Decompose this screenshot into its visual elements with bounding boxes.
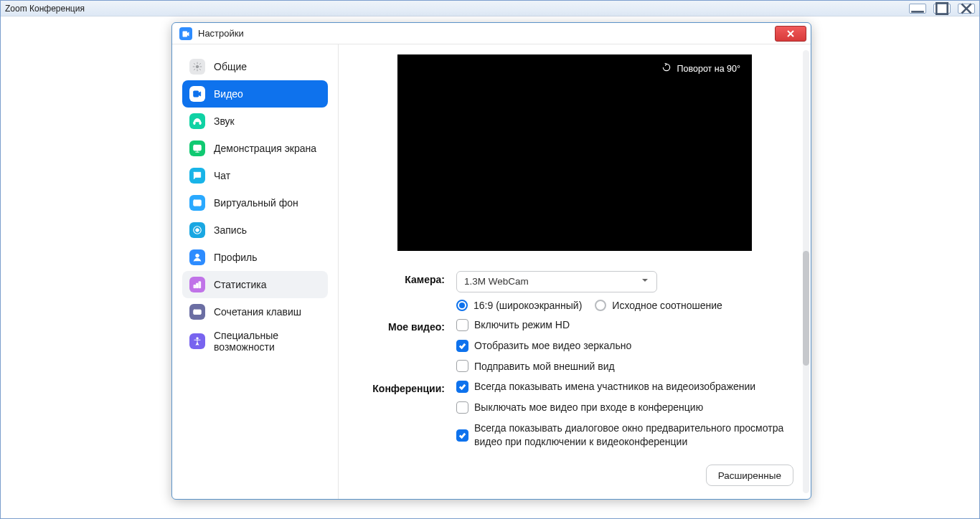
advanced-button-label: Расширенные	[718, 470, 781, 481]
svg-rect-22	[195, 313, 199, 313]
show-preview-dialog-checkbox[interactable]: Всегда показывать диалоговое окно предва…	[456, 422, 793, 449]
svg-rect-19	[195, 311, 196, 312]
turn-off-video-on-join-label: Выключать мое видео при входе в конферен…	[474, 401, 703, 414]
checkbox-icon	[456, 319, 468, 331]
settings-sidebar: ОбщиеВидеоЗвукДемонстрация экранаЧатВирт…	[172, 44, 339, 499]
dialog-titlebar: Настройки	[172, 23, 811, 44]
content-footer: Расширенные	[356, 456, 793, 486]
sidebar-item-label: Специальные возможности	[214, 330, 321, 353]
sidebar-item-video[interactable]: Видео	[182, 80, 328, 108]
mirror-video-label: Отобразить мое видео зеркально	[474, 339, 631, 353]
profile-icon	[189, 249, 205, 265]
camera-select[interactable]: 1.3M WebCam	[456, 271, 657, 292]
shortcuts-icon	[189, 304, 205, 320]
aspect-original-label: Исходное соотношение	[612, 300, 722, 311]
show-preview-dialog-label: Всегда показывать диалоговое окно предва…	[474, 422, 793, 449]
svg-point-14	[196, 254, 199, 257]
checkbox-icon	[456, 360, 468, 372]
camera-label: Камера:	[356, 271, 456, 285]
sidebar-item-general[interactable]: Общие	[182, 53, 328, 80]
sidebar-item-chat[interactable]: Чат	[182, 162, 328, 189]
svg-point-13	[196, 229, 199, 232]
sidebar-item-accessibility[interactable]: Специальные возможности	[182, 325, 328, 357]
accessibility-icon	[189, 333, 205, 349]
scrollbar-thumb[interactable]	[803, 251, 809, 366]
mirror-video-checkbox[interactable]: Отобразить мое видео зеркально	[456, 339, 793, 353]
checkbox-icon	[456, 381, 468, 393]
show-names-checkbox[interactable]: Всегда показывать имена участников на ви…	[456, 380, 793, 394]
audio-icon	[189, 113, 205, 129]
sidebar-item-label: Профиль	[214, 252, 257, 263]
sidebar-item-vbg[interactable]: Виртуальный фон	[182, 189, 328, 216]
video-preview: Поворот на 90°	[397, 54, 752, 251]
general-icon	[189, 59, 205, 75]
dialog-close-button[interactable]	[775, 26, 806, 42]
maximize-button[interactable]	[933, 4, 951, 14]
aspect-16-9-radio[interactable]: 16:9 (широкоэкранный)	[456, 300, 582, 311]
rotate-icon	[661, 62, 672, 75]
camera-selected-value: 1.3M WebCam	[464, 276, 529, 287]
enable-hd-label: Включить режим HD	[474, 318, 570, 332]
app-window: Zoom Конференция Настройки	[0, 0, 980, 519]
video-settings-form: Камера: 1.3M WebCam 16:9 (широкоэкранный…	[356, 271, 793, 456]
share-icon	[189, 141, 205, 156]
minimize-button[interactable]	[909, 4, 926, 14]
radio-icon	[595, 300, 606, 311]
close-window-button[interactable]	[958, 4, 975, 14]
svg-point-23	[197, 338, 198, 339]
svg-rect-8	[199, 122, 201, 125]
svg-rect-15	[194, 285, 195, 288]
sidebar-item-share[interactable]: Демонстрация экрана	[182, 135, 328, 162]
sidebar-item-label: Видео	[214, 88, 243, 100]
sidebar-item-label: Виртуальный фон	[214, 197, 298, 209]
sidebar-item-label: Статистика	[214, 279, 267, 290]
sidebar-item-label: Запись	[214, 224, 247, 236]
aspect-16-9-label: 16:9 (широкоэкранный)	[473, 300, 582, 311]
stats-icon	[189, 277, 205, 292]
radio-icon	[456, 300, 468, 311]
sidebar-item-recording[interactable]: Запись	[182, 216, 328, 244]
sidebar-item-label: Сочетания клавиш	[214, 306, 301, 318]
sidebar-item-label: Звук	[214, 115, 235, 127]
rotate-90-button[interactable]: Поворот на 90°	[654, 59, 748, 78]
checkbox-icon	[456, 340, 468, 352]
myvideo-label: Мое видео:	[356, 318, 456, 333]
turn-off-video-on-join-checkbox[interactable]: Выключать мое видео при входе в конферен…	[456, 401, 793, 414]
advanced-button[interactable]: Расширенные	[706, 465, 793, 486]
sidebar-item-stats[interactable]: Статистика	[182, 271, 328, 298]
svg-rect-17	[199, 282, 200, 288]
rotate-label: Поворот на 90°	[677, 64, 740, 74]
svg-rect-7	[194, 122, 195, 125]
zoom-icon	[179, 27, 192, 40]
window-controls	[909, 4, 975, 14]
app-titlebar: Zoom Конференция	[1, 1, 979, 16]
aspect-original-radio[interactable]: Исходное соотношение	[595, 300, 722, 311]
checkbox-icon	[456, 429, 468, 442]
dialog-title: Настройки	[198, 28, 244, 39]
sidebar-item-audio[interactable]: Звук	[182, 108, 328, 135]
vbg-icon	[189, 195, 205, 211]
video-icon	[189, 86, 205, 102]
svg-point-11	[197, 201, 199, 204]
sidebar-item-shortcuts[interactable]: Сочетания клавиш	[182, 298, 328, 325]
svg-rect-16	[197, 283, 198, 287]
chevron-down-icon	[641, 276, 649, 287]
chat-icon	[189, 168, 205, 184]
svg-rect-21	[198, 311, 199, 312]
sidebar-item-label: Демонстрация экрана	[214, 143, 316, 154]
sidebar-item-label: Чат	[214, 170, 230, 181]
show-names-label: Всегда показывать имена участников на ви…	[474, 380, 755, 394]
enable-hd-checkbox[interactable]: Включить режим HD	[456, 318, 793, 332]
svg-rect-1	[936, 3, 947, 14]
sidebar-item-label: Общие	[214, 61, 247, 72]
dialog-body: ОбщиеВидеоЗвукДемонстрация экранаЧатВирт…	[172, 44, 811, 499]
touch-up-checkbox[interactable]: Подправить мой внешний вид	[456, 360, 793, 373]
sidebar-item-profile[interactable]: Профиль	[182, 244, 328, 271]
meetings-label: Конференции:	[356, 380, 456, 394]
settings-content: Поворот на 90° Камера: 1.3M WebCam	[339, 44, 811, 499]
svg-rect-20	[197, 311, 197, 312]
app-title: Zoom Конференция	[5, 4, 85, 14]
checkbox-icon	[456, 401, 468, 414]
recording-icon	[189, 222, 205, 238]
scrollbar[interactable]	[803, 50, 809, 493]
